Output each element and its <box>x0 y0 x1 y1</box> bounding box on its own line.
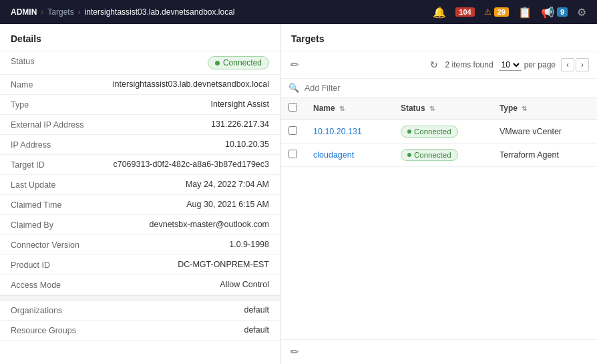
warning-badge[interactable]: 29 <box>494 7 509 17</box>
row-name-0[interactable]: 10.10.20.131 <box>305 120 393 144</box>
claimed-time-value: Aug 30, 2021 6:15 AM <box>97 200 269 209</box>
row-type-1: Terraform Agent <box>491 144 597 167</box>
orgs-row: Organizations default <box>0 301 280 321</box>
status-dot-icon <box>215 61 220 65</box>
select-all-cell[interactable] <box>280 98 305 120</box>
name-sort-icon[interactable]: ⇅ <box>339 105 345 112</box>
external-ip-row: External IP Address 131.226.217.34 <box>0 115 280 135</box>
row-checkbox-cell[interactable] <box>280 120 305 144</box>
search-icon: 🔍 <box>288 83 299 93</box>
resource-groups-row: Resource Groups default <box>0 321 280 341</box>
megaphone-icon[interactable]: 📢 <box>541 6 554 19</box>
status-column-header: Status ⇅ <box>393 98 491 120</box>
product-id-value: DC-MGT-ONPREM-EST <box>97 260 269 269</box>
row-name-1[interactable]: cloudagent <box>305 144 393 167</box>
row-status-1: Connected <box>393 144 491 167</box>
access-mode-label: Access Mode <box>11 280 97 290</box>
status-sort-icon[interactable]: ⇅ <box>429 105 435 112</box>
clipboard-icon[interactable]: 📋 <box>518 6 532 19</box>
next-page-button[interactable]: › <box>576 58 589 71</box>
warning-badge-group: ⚠ 29 <box>484 7 509 17</box>
settings-icon[interactable]: ⚙ <box>577 6 586 19</box>
target-id-value: c7069313-d0f2-482c-a8a6-3b87ed179ec3 <box>97 160 269 169</box>
top-nav: ADMIN › Targets › intersightassist03.lab… <box>0 0 597 24</box>
ip-label: IP Address <box>11 140 97 150</box>
claimed-by-label: Claimed By <box>11 220 97 230</box>
name-row: Name intersightassist03.lab.devnetsandbo… <box>0 75 280 95</box>
ip-value: 10.10.20.35 <box>97 140 269 149</box>
name-column-header: Name ⇅ <box>305 98 393 120</box>
bottom-toolbar: ✏ <box>280 339 597 364</box>
targets-table: Name ⇅ Status ⇅ Type ⇅ <box>280 98 597 167</box>
connected-dot-icon <box>407 153 411 157</box>
filter-input[interactable] <box>305 83 589 93</box>
claimed-time-row: Claimed Time Aug 30, 2021 6:15 AM <box>0 195 280 215</box>
nav-icons: 🔔 104 ⚠ 29 📋 📢 9 ⚙ <box>433 6 586 19</box>
external-ip-label: External IP Address <box>11 120 97 130</box>
last-update-row: Last Update May 24, 2022 7:04 AM <box>0 175 280 195</box>
announce-badge[interactable]: 9 <box>557 7 568 17</box>
connected-badge: Connected <box>401 126 458 138</box>
ip-row: IP Address 10.10.20.35 <box>0 135 280 155</box>
announce-badge-group: 📢 9 <box>541 6 568 19</box>
per-page-select[interactable]: 10 25 50 per page <box>499 59 556 71</box>
left-panel: Details Status Connected Name intersight… <box>0 24 280 364</box>
status-value: Connected <box>97 56 269 69</box>
type-sort-icon[interactable]: ⇅ <box>522 105 527 112</box>
type-row: Type Intersight Assist <box>0 95 280 115</box>
status-label: Status <box>11 56 97 66</box>
edit-icon[interactable]: ✏ <box>288 57 301 73</box>
targets-toolbar: ✏ ↻ 2 items found 10 25 50 per page ‹ › <box>280 51 597 79</box>
product-id-row: Product ID DC-MGT-ONPREM-EST <box>0 255 280 275</box>
table-header-row: Name ⇅ Status ⇅ Type ⇅ <box>280 98 597 120</box>
name-value: intersightassist03.lab.devnetsandbox.loc… <box>97 79 269 89</box>
details-header: Details <box>0 24 280 51</box>
resource-groups-value: default <box>97 325 269 335</box>
prev-page-button[interactable]: ‹ <box>561 58 574 71</box>
targets-breadcrumb[interactable]: Targets <box>47 7 73 17</box>
orgs-label: Organizations <box>11 305 97 315</box>
last-update-label: Last Update <box>11 180 97 190</box>
bottom-edit-icon[interactable]: ✏ <box>288 344 301 360</box>
chevron-icon-2: › <box>78 7 81 17</box>
last-update-value: May 24, 2022 7:04 AM <box>97 180 269 189</box>
main-layout: Details Status Connected Name intersight… <box>0 24 597 364</box>
admin-label[interactable]: ADMIN <box>11 7 37 17</box>
table-row: cloudagent Connected Terraform Agent <box>280 144 597 167</box>
type-label: Type <box>11 100 97 110</box>
filter-bar: 🔍 <box>280 79 597 98</box>
connector-version-label: Connector Version <box>11 240 97 250</box>
row-checkbox-1[interactable] <box>288 150 297 158</box>
bell-icon[interactable]: 🔔 <box>433 6 446 19</box>
items-found: 2 items found <box>445 60 493 69</box>
resource-groups-label: Resource Groups <box>11 325 97 335</box>
row-checkbox-0[interactable] <box>288 126 297 135</box>
access-mode-row: Access Mode Allow Control <box>0 275 280 295</box>
targets-header: Targets <box>280 24 597 51</box>
per-page-dropdown[interactable]: 10 25 50 <box>499 59 522 71</box>
select-all-checkbox[interactable] <box>288 103 297 112</box>
chevron-icon-1: › <box>41 7 43 17</box>
orgs-value: default <box>97 305 269 315</box>
row-checkbox-cell[interactable] <box>280 144 305 167</box>
row-status-0: Connected <box>393 120 491 144</box>
status-row: Status Connected <box>0 51 280 75</box>
refresh-icon[interactable]: ↻ <box>428 57 440 72</box>
access-mode-value: Allow Control <box>97 280 269 289</box>
targets-table-container: Name ⇅ Status ⇅ Type ⇅ <box>280 98 597 339</box>
row-type-0: VMware vCenter <box>491 120 597 144</box>
connected-dot-icon <box>407 130 411 134</box>
external-ip-value: 131.226.217.34 <box>97 120 269 129</box>
connector-version-row: Connector Version 1.0.9-1998 <box>0 235 280 255</box>
type-column-header: Type ⇅ <box>491 98 597 120</box>
target-id-label: Target ID <box>11 160 97 170</box>
error-badge[interactable]: 104 <box>455 7 474 17</box>
connected-text: Connected <box>414 151 451 159</box>
status-badge: Connected <box>208 56 269 69</box>
section-divider <box>0 295 280 301</box>
error-badge-group: 104 <box>455 7 474 17</box>
status-text: Connected <box>223 58 262 67</box>
name-label: Name <box>11 79 97 89</box>
target-id-row: Target ID c7069313-d0f2-482c-a8a6-3b87ed… <box>0 155 280 175</box>
claimed-by-row: Claimed By devnetsbx-master@outlook.com <box>0 215 280 235</box>
